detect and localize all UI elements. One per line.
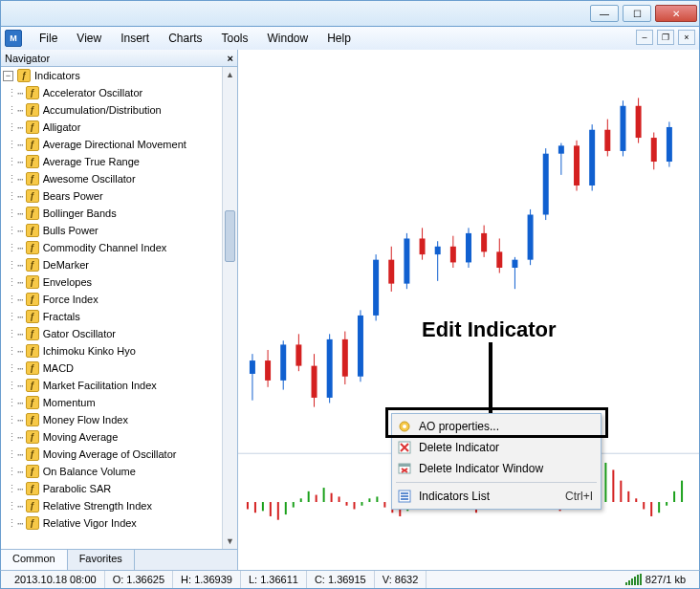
tab-common[interactable]: Common (1, 550, 68, 570)
window-minimize-button[interactable]: — (590, 5, 619, 22)
indicator-item[interactable]: ⋮⋯ƒMoving Average of Oscillator (1, 446, 237, 463)
folder-indicator-icon: ƒ (17, 69, 31, 82)
indicator-item[interactable]: ⋮⋯ƒBollinger Bands (1, 205, 237, 222)
ctx-delete-indicator-window[interactable]: Delete Indicator Window (392, 458, 601, 479)
svg-rect-19 (388, 260, 394, 284)
mdi-minimize-button[interactable]: – (636, 30, 653, 45)
indicator-item[interactable]: ⋮⋯ƒOn Balance Volume (1, 463, 237, 480)
svg-rect-29 (466, 233, 471, 263)
window-close-button[interactable]: ✕ (655, 5, 697, 22)
indicator-icon: ƒ (26, 103, 39, 117)
svg-rect-17 (373, 260, 379, 316)
indicator-item[interactable]: ⋮⋯ƒMoving Average (1, 428, 237, 446)
delete-icon (396, 440, 413, 455)
indicator-icon: ƒ (26, 310, 39, 323)
indicator-item[interactable]: ⋮⋯ƒIchimoku Kinko Hyo (1, 342, 237, 360)
workspace: Navigator × − ƒ Indicators ⋮⋯ƒAccelerato… (0, 50, 700, 570)
status-high: H: 1.36939 (173, 571, 241, 588)
svg-rect-121 (401, 492, 408, 494)
indicator-icon: ƒ (26, 120, 39, 134)
svg-rect-39 (543, 154, 549, 215)
navigator-title: Navigator (5, 53, 50, 64)
svg-rect-15 (358, 316, 363, 377)
indicator-item[interactable]: ⋮⋯ƒBulls Power (1, 222, 237, 239)
indicator-label: Relative Vigor Index (43, 517, 137, 529)
navigator-scrollbar[interactable]: ▲ ▼ (222, 67, 237, 549)
window-maximize-button[interactable]: ☐ (623, 5, 651, 22)
indicator-icon: ƒ (26, 465, 39, 478)
svg-rect-49 (620, 106, 625, 151)
menu-file[interactable]: File (30, 27, 67, 50)
indicator-label: Market Facilitation Index (43, 380, 157, 391)
svg-rect-21 (404, 238, 409, 283)
chart-area[interactable]: Edit Indicator AO properties... Delete I… (238, 50, 699, 570)
indicator-item[interactable]: ⋮⋯ƒMomentum (1, 394, 237, 411)
scroll-thumb[interactable] (225, 210, 235, 262)
annotation-edit-indicator: Edit Indicator (422, 317, 557, 342)
indicator-item[interactable]: ⋮⋯ƒDeMarker (1, 256, 237, 273)
svg-rect-37 (528, 215, 534, 260)
menu-window[interactable]: Window (258, 27, 318, 50)
indicator-item[interactable]: ⋮⋯ƒAverage True Range (1, 153, 237, 170)
indicator-label: Bollinger Bands (43, 207, 117, 219)
indicator-item[interactable]: ⋮⋯ƒCommodity Channel Index (1, 239, 237, 256)
indicator-item[interactable]: ⋮⋯ƒMoney Flow Index (1, 411, 237, 428)
mdi-restore-button[interactable]: ❐ (657, 30, 674, 45)
indicator-icon: ƒ (26, 155, 39, 168)
status-close: C: 1.36915 (307, 571, 375, 588)
mdi-close-button[interactable]: × (678, 30, 695, 45)
indicator-item[interactable]: ⋮⋯ƒAccelerator Oscillator (1, 84, 237, 101)
indicator-item[interactable]: ⋮⋯ƒFractals (1, 308, 237, 325)
indicator-item[interactable]: ⋮⋯ƒAlligator (1, 119, 237, 136)
indicator-icon: ƒ (26, 344, 39, 358)
tree-root-indicators[interactable]: − ƒ Indicators (1, 67, 237, 84)
svg-rect-23 (420, 238, 426, 254)
menu-view[interactable]: View (67, 27, 111, 50)
app-icon: M (5, 30, 22, 47)
indicator-item[interactable]: ⋮⋯ƒRelative Vigor Index (1, 514, 237, 532)
navigator-close-button[interactable]: × (228, 53, 233, 64)
indicator-label: Ichimoku Kinko Hyo (43, 345, 136, 357)
indicator-item[interactable]: ⋮⋯ƒBears Power (1, 187, 237, 205)
tab-favorites[interactable]: Favorites (68, 550, 135, 570)
menu-help[interactable]: Help (317, 27, 361, 50)
indicator-label: Momentum (43, 397, 96, 408)
indicator-icon: ƒ (26, 224, 39, 237)
indicator-item[interactable]: ⋮⋯ƒForce Index (1, 291, 237, 308)
menu-tools[interactable]: Tools (212, 27, 258, 50)
ctx-delete-indicator[interactable]: Delete Indicator (392, 437, 601, 458)
svg-rect-47 (604, 130, 610, 151)
indicator-icon: ƒ (26, 86, 39, 99)
indicator-item[interactable]: ⋮⋯ƒAwesome Oscillator (1, 170, 237, 187)
menu-insert[interactable]: Insert (111, 27, 159, 50)
svg-rect-11 (327, 339, 333, 398)
indicator-item[interactable]: ⋮⋯ƒMarket Facilitation Index (1, 377, 237, 394)
scroll-down-arrow-icon[interactable]: ▼ (223, 534, 237, 549)
indicator-item[interactable]: ⋮⋯ƒAverage Directional Movement (1, 136, 237, 153)
tree-root-label: Indicators (34, 70, 80, 81)
indicator-icon: ƒ (26, 327, 39, 340)
ctx-indicators-list[interactable]: Indicators List Ctrl+I (392, 486, 601, 507)
menubar: M FileViewInsertChartsToolsWindowHelp – … (0, 27, 700, 50)
svg-rect-9 (312, 366, 317, 398)
indicator-item[interactable]: ⋮⋯ƒGator Oscillator (1, 325, 237, 342)
indicator-icon: ƒ (26, 293, 39, 306)
gear-icon (396, 419, 413, 434)
collapse-icon[interactable]: − (3, 71, 13, 81)
svg-rect-25 (435, 247, 441, 254)
menu-charts[interactable]: Charts (159, 27, 211, 50)
statusbar: 2013.10.18 08:00 O: 1.36625 H: 1.36939 L… (0, 570, 700, 589)
ctx-ao-properties[interactable]: AO properties... (392, 416, 601, 437)
scroll-up-arrow-icon[interactable]: ▲ (223, 67, 237, 82)
svg-rect-41 (558, 145, 564, 153)
svg-rect-5 (280, 344, 286, 380)
indicator-label: Average Directional Movement (43, 139, 186, 150)
indicator-item[interactable]: ⋮⋯ƒAccumulation/Distribution (1, 101, 237, 119)
indicator-item[interactable]: ⋮⋯ƒMACD (1, 360, 237, 377)
indicator-item[interactable]: ⋮⋯ƒRelative Strength Index (1, 497, 237, 514)
indicator-item[interactable]: ⋮⋯ƒEnvelopes (1, 273, 237, 291)
indicator-item[interactable]: ⋮⋯ƒParabolic SAR (1, 480, 237, 497)
indicator-label: Accumulation/Distribution (43, 104, 162, 116)
navigator-tree[interactable]: − ƒ Indicators ⋮⋯ƒAccelerator Oscillator… (1, 67, 237, 549)
indicator-label: Gator Oscillator (43, 328, 116, 339)
